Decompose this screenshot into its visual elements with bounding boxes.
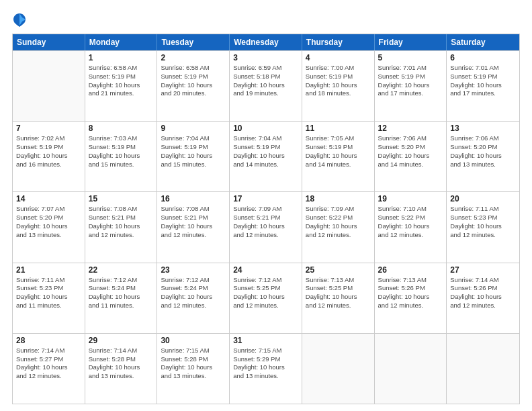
cell-info: Sunrise: 7:11 AM Sunset: 5:23 PM Dayligh… <box>450 205 516 239</box>
cell-info: Sunrise: 7:12 AM Sunset: 5:24 PM Dayligh… <box>161 276 226 310</box>
cell-info: Sunrise: 7:11 AM Sunset: 5:23 PM Dayligh… <box>16 276 81 310</box>
calendar-cell <box>302 334 375 404</box>
calendar-cell: 23Sunrise: 7:12 AM Sunset: 5:24 PM Dayli… <box>157 263 230 333</box>
calendar-cell: 1Sunrise: 6:58 AM Sunset: 5:19 PM Daylig… <box>85 51 158 121</box>
cell-info: Sunrise: 6:59 AM Sunset: 5:18 PM Dayligh… <box>233 64 298 98</box>
calendar-cell: 6Sunrise: 7:01 AM Sunset: 5:19 PM Daylig… <box>447 51 519 121</box>
cell-day-number: 23 <box>161 265 226 275</box>
cell-info: Sunrise: 7:09 AM Sunset: 5:22 PM Dayligh… <box>306 205 371 239</box>
cell-info: Sunrise: 7:13 AM Sunset: 5:26 PM Dayligh… <box>378 276 443 310</box>
weekday-header-saturday: Saturday <box>447 34 519 50</box>
cell-info: Sunrise: 7:04 AM Sunset: 5:19 PM Dayligh… <box>233 134 298 169</box>
cell-info: Sunrise: 7:14 AM Sunset: 5:26 PM Dayligh… <box>450 276 516 310</box>
calendar-cell: 13Sunrise: 7:06 AM Sunset: 5:20 PM Dayli… <box>447 122 519 191</box>
calendar-cell: 25Sunrise: 7:13 AM Sunset: 5:25 PM Dayli… <box>302 263 375 333</box>
weekday-header-sunday: Sunday <box>13 34 85 50</box>
calendar-cell: 27Sunrise: 7:14 AM Sunset: 5:26 PM Dayli… <box>447 263 519 333</box>
calendar-cell: 5Sunrise: 7:01 AM Sunset: 5:19 PM Daylig… <box>375 51 447 121</box>
cell-day-number: 2 <box>161 53 226 62</box>
cell-day-number: 1 <box>89 53 154 62</box>
calendar-cell: 22Sunrise: 7:12 AM Sunset: 5:24 PM Dayli… <box>85 263 158 333</box>
cell-info: Sunrise: 7:08 AM Sunset: 5:21 PM Dayligh… <box>161 205 226 239</box>
weekday-header-friday: Friday <box>375 34 447 50</box>
cell-day-number: 21 <box>16 265 81 275</box>
calendar: SundayMondayTuesdayWednesdayThursdayFrid… <box>12 34 520 404</box>
weekday-header-monday: Monday <box>85 34 158 50</box>
calendar-cell: 10Sunrise: 7:04 AM Sunset: 5:19 PM Dayli… <box>230 122 302 191</box>
cell-day-number: 30 <box>161 336 226 345</box>
calendar-cell: 8Sunrise: 7:03 AM Sunset: 5:19 PM Daylig… <box>85 122 158 191</box>
calendar-cell <box>447 334 519 404</box>
calendar-cell <box>375 334 447 404</box>
cell-day-number: 13 <box>450 124 516 133</box>
weekday-header-tuesday: Tuesday <box>157 34 230 50</box>
cell-info: Sunrise: 7:13 AM Sunset: 5:25 PM Dayligh… <box>306 276 371 310</box>
calendar-row-5: 28Sunrise: 7:14 AM Sunset: 5:27 PM Dayli… <box>13 333 519 404</box>
cell-day-number: 28 <box>16 336 81 345</box>
cell-info: Sunrise: 7:01 AM Sunset: 5:19 PM Dayligh… <box>450 64 516 98</box>
calendar-cell: 14Sunrise: 7:07 AM Sunset: 5:20 PM Dayli… <box>13 192 85 262</box>
cell-info: Sunrise: 7:15 AM Sunset: 5:29 PM Dayligh… <box>233 347 298 381</box>
cell-day-number: 8 <box>89 124 154 133</box>
calendar-cell: 21Sunrise: 7:11 AM Sunset: 5:23 PM Dayli… <box>13 263 85 333</box>
cell-day-number: 24 <box>233 265 298 275</box>
cell-day-number: 4 <box>306 53 371 62</box>
calendar-cell: 29Sunrise: 7:14 AM Sunset: 5:28 PM Dayli… <box>85 334 158 404</box>
cell-day-number: 16 <box>161 194 226 203</box>
cell-info: Sunrise: 7:01 AM Sunset: 5:19 PM Dayligh… <box>378 64 443 98</box>
calendar-cell: 24Sunrise: 7:12 AM Sunset: 5:25 PM Dayli… <box>230 263 302 333</box>
cell-info: Sunrise: 7:08 AM Sunset: 5:21 PM Dayligh… <box>89 205 154 239</box>
calendar-cell: 15Sunrise: 7:08 AM Sunset: 5:21 PM Dayli… <box>85 192 158 262</box>
cell-day-number: 18 <box>306 194 371 203</box>
cell-info: Sunrise: 7:00 AM Sunset: 5:19 PM Dayligh… <box>306 64 371 98</box>
cell-day-number: 29 <box>89 336 154 345</box>
cell-info: Sunrise: 6:58 AM Sunset: 5:19 PM Dayligh… <box>161 64 226 98</box>
calendar-cell: 11Sunrise: 7:05 AM Sunset: 5:19 PM Dayli… <box>302 122 375 191</box>
cell-day-number: 14 <box>16 194 81 203</box>
header <box>12 12 520 27</box>
calendar-cell: 28Sunrise: 7:14 AM Sunset: 5:27 PM Dayli… <box>13 334 85 404</box>
cell-info: Sunrise: 7:09 AM Sunset: 5:21 PM Dayligh… <box>233 205 298 239</box>
cell-info: Sunrise: 7:10 AM Sunset: 5:22 PM Dayligh… <box>378 205 443 239</box>
cell-info: Sunrise: 7:15 AM Sunset: 5:28 PM Dayligh… <box>161 347 226 381</box>
calendar-cell: 19Sunrise: 7:10 AM Sunset: 5:22 PM Dayli… <box>375 192 447 262</box>
calendar-cell: 30Sunrise: 7:15 AM Sunset: 5:28 PM Dayli… <box>157 334 230 404</box>
cell-day-number: 12 <box>378 124 443 133</box>
cell-day-number: 9 <box>161 124 226 133</box>
cell-day-number: 3 <box>233 53 298 62</box>
cell-day-number: 5 <box>378 53 443 62</box>
calendar-cell <box>13 51 85 121</box>
cell-info: Sunrise: 7:06 AM Sunset: 5:20 PM Dayligh… <box>378 134 443 169</box>
calendar-cell: 3Sunrise: 6:59 AM Sunset: 5:18 PM Daylig… <box>230 51 302 121</box>
cell-info: Sunrise: 7:07 AM Sunset: 5:20 PM Dayligh… <box>16 205 81 239</box>
cell-day-number: 7 <box>16 124 81 133</box>
cell-info: Sunrise: 7:05 AM Sunset: 5:19 PM Dayligh… <box>306 134 371 169</box>
cell-day-number: 22 <box>89 265 154 275</box>
calendar-row-1: 1Sunrise: 6:58 AM Sunset: 5:19 PM Daylig… <box>13 50 519 121</box>
calendar-cell: 2Sunrise: 6:58 AM Sunset: 5:19 PM Daylig… <box>157 51 230 121</box>
calendar-row-4: 21Sunrise: 7:11 AM Sunset: 5:23 PM Dayli… <box>13 263 519 333</box>
cell-day-number: 26 <box>378 265 443 275</box>
cell-day-number: 11 <box>306 124 371 133</box>
cell-day-number: 15 <box>89 194 154 203</box>
weekday-header-thursday: Thursday <box>302 34 375 50</box>
calendar-cell: 4Sunrise: 7:00 AM Sunset: 5:19 PM Daylig… <box>302 51 375 121</box>
calendar-cell: 12Sunrise: 7:06 AM Sunset: 5:20 PM Dayli… <box>375 122 447 191</box>
cell-day-number: 27 <box>450 265 516 275</box>
calendar-cell: 16Sunrise: 7:08 AM Sunset: 5:21 PM Dayli… <box>157 192 230 262</box>
cell-day-number: 19 <box>378 194 443 203</box>
cell-info: Sunrise: 7:14 AM Sunset: 5:27 PM Dayligh… <box>16 347 81 381</box>
calendar-row-2: 7Sunrise: 7:02 AM Sunset: 5:19 PM Daylig… <box>13 121 519 191</box>
calendar-cell: 31Sunrise: 7:15 AM Sunset: 5:29 PM Dayli… <box>230 334 302 404</box>
weekday-header-wednesday: Wednesday <box>230 34 302 50</box>
cell-info: Sunrise: 7:04 AM Sunset: 5:19 PM Dayligh… <box>161 134 226 169</box>
logo-icon <box>12 12 27 27</box>
cell-info: Sunrise: 7:14 AM Sunset: 5:28 PM Dayligh… <box>89 347 154 381</box>
cell-day-number: 31 <box>233 336 298 345</box>
cell-info: Sunrise: 7:03 AM Sunset: 5:19 PM Dayligh… <box>89 134 154 169</box>
cell-info: Sunrise: 6:58 AM Sunset: 5:19 PM Dayligh… <box>89 64 154 98</box>
calendar-cell: 9Sunrise: 7:04 AM Sunset: 5:19 PM Daylig… <box>157 122 230 191</box>
calendar-body: 1Sunrise: 6:58 AM Sunset: 5:19 PM Daylig… <box>13 50 519 404</box>
logo <box>12 12 29 27</box>
cell-day-number: 6 <box>450 53 516 62</box>
